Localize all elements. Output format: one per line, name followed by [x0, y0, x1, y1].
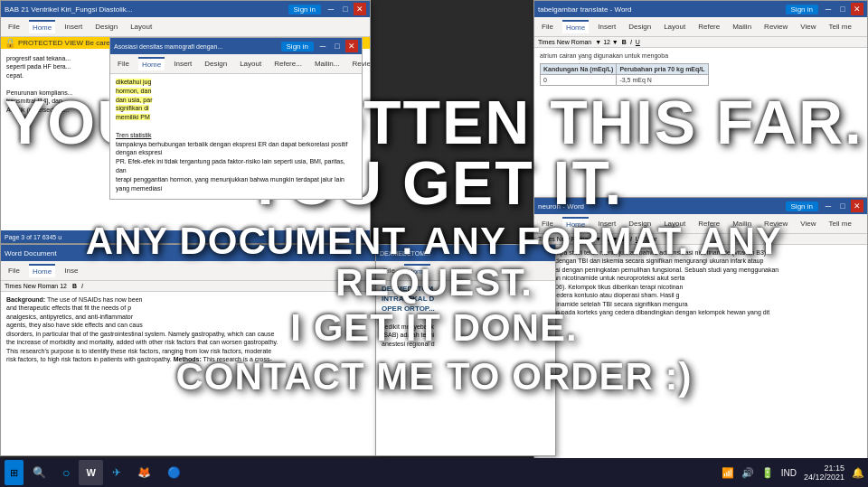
maximize-btn-1[interactable]: □ — [339, 3, 352, 15]
signin-btn-4[interactable]: Sign in — [786, 201, 818, 211]
signin-btn-1[interactable]: Sign in — [288, 5, 321, 14]
protect-icon-1: 🔒 — [5, 38, 15, 48]
cell-neg35: -3,5 mEq N — [617, 75, 708, 86]
w4-p4: impuan nicotinamide untuk neuroproteksi … — [540, 274, 862, 282]
font-ribbon-3: Times New Roman ▼ 12 ▼ B I U — [534, 37, 867, 48]
start-button[interactable]: ⊞ — [5, 460, 24, 485]
nested-file[interactable]: File — [114, 58, 133, 70]
taskbar-notifications[interactable]: 🔔 — [852, 467, 864, 479]
nested-design[interactable]: Design — [201, 58, 231, 70]
taskbar-right: 📶 🔊 🔋 IND 21:15 24/12/2021 🔔 — [722, 464, 864, 482]
nested-layout[interactable]: Layout — [236, 58, 265, 70]
nested-max[interactable]: □ — [331, 40, 344, 52]
tab-insert-1[interactable]: Insert — [61, 21, 86, 33]
w6-p1: sedikit menyebabk — [382, 323, 550, 331]
tab6-file[interactable]: File — [380, 265, 399, 276]
tab4-layout[interactable]: Layout — [660, 218, 689, 229]
tab4-tell[interactable]: Tell me — [826, 218, 855, 229]
telegram-icon: ✈ — [112, 466, 121, 479]
taskbar-cortana[interactable]: ○ — [55, 460, 77, 485]
ribbon-3: File Home Insert Design Layout Refere Ma… — [534, 17, 867, 37]
tab-design-1[interactable]: Design — [91, 21, 121, 33]
tab3-mail[interactable]: Mailin — [729, 21, 755, 33]
bold-5[interactable]: B — [72, 283, 77, 289]
tab4-mail[interactable]: Mailin — [729, 218, 755, 229]
tab4-view[interactable]: View — [797, 218, 819, 229]
taskbar-chrome[interactable]: 🔵 — [160, 460, 188, 485]
tab5-home[interactable]: Home — [29, 264, 55, 277]
bold-4[interactable]: B — [622, 236, 627, 242]
word-window-3: tabelgambar translate - Word Sign in ─ □… — [533, 0, 868, 199]
tab5-insert[interactable]: Inse — [61, 265, 81, 276]
firefox-icon: 🦊 — [137, 466, 151, 479]
chrome-icon: 🔵 — [167, 466, 181, 479]
signin-btn-3[interactable]: Sign in — [786, 5, 818, 14]
tab3-ref[interactable]: Refere — [694, 21, 723, 33]
bold-3[interactable]: B — [622, 39, 627, 45]
tab3-layout[interactable]: Layout — [660, 21, 689, 33]
minimize-btn-1[interactable]: ─ — [325, 3, 337, 15]
tab3-view[interactable]: View — [797, 21, 819, 33]
underline-4[interactable]: U — [636, 236, 640, 242]
tab3-design[interactable]: Design — [625, 21, 655, 33]
taskbar-firefox[interactable]: 🦊 — [130, 460, 158, 485]
tab4-file[interactable]: File — [538, 218, 557, 229]
tab4-insert[interactable]: Insert — [594, 218, 619, 229]
tab3-insert[interactable]: Insert — [594, 21, 619, 33]
tab5-file[interactable]: File — [5, 265, 24, 276]
tab4-design[interactable]: Design — [625, 218, 655, 229]
nested-close[interactable]: ✕ — [345, 40, 358, 52]
taskbar-battery[interactable]: 🔋 — [761, 467, 774, 479]
highlight-hormon: hormon, dan — [116, 88, 151, 94]
tab3-home[interactable]: Home — [562, 20, 589, 33]
taskbar: ⊞ 🔍 ○ W ✈ 🦊 🔵 📶 🔊 🔋 IND 21:15 24/12/2021… — [0, 458, 868, 487]
tab3-file[interactable]: File — [538, 21, 557, 33]
w4-p6: lami cedera kontusio atau dioperasi sham… — [540, 291, 862, 299]
w4-p8: neuron pada korteks yang cedera dibandin… — [540, 308, 862, 316]
signin-nested[interactable]: Sign in — [281, 42, 314, 52]
title-3: tabelgambar translate - Word — [538, 5, 631, 14]
tab4-home[interactable]: Home — [562, 217, 589, 230]
taskbar-volume[interactable]: 🔊 — [741, 467, 754, 479]
search-icon: 🔍 — [33, 466, 46, 479]
min-btn-4[interactable]: ─ — [822, 200, 835, 212]
win-controls-4: ─ □ ✕ — [822, 200, 863, 212]
close-btn-4[interactable]: ✕ — [851, 200, 863, 212]
italic-5[interactable]: I — [81, 283, 83, 289]
nested-mail[interactable]: Mailin... — [311, 58, 344, 70]
max-btn-4[interactable]: □ — [836, 200, 849, 212]
highlight-usia: dan usia, par — [116, 97, 152, 103]
font-ribbon-4: Times New Roman ▼ 12 ▼ B I U Shar — [534, 234, 867, 245]
nested-min[interactable]: ─ — [316, 40, 329, 52]
nested-insert[interactable]: Insert — [170, 58, 195, 70]
shar-btn-4[interactable]: Shar — [644, 236, 657, 242]
close-btn-3[interactable]: ✕ — [851, 3, 863, 15]
word-icon-1: W — [86, 467, 95, 478]
taskbar-search[interactable]: 🔍 — [25, 460, 53, 485]
tab6-home[interactable]: Home — [404, 264, 430, 277]
nested-review[interactable]: Review — [348, 58, 371, 70]
tab-file-1[interactable]: File — [5, 21, 24, 33]
close-btn-1[interactable]: ✕ — [354, 3, 366, 15]
font-name-3: Times New Roman — [538, 39, 591, 45]
nested-home[interactable]: Home — [138, 57, 165, 70]
tab3-review[interactable]: Review — [760, 21, 791, 33]
w6-p3: anestesi regional d — [382, 340, 550, 348]
max-btn-3[interactable]: □ — [836, 3, 849, 15]
min-btn-3[interactable]: ─ — [822, 3, 835, 15]
tab4-review[interactable]: Review — [760, 218, 791, 229]
taskbar-word-1[interactable]: W — [79, 460, 102, 485]
italic-3[interactable]: I — [630, 39, 632, 45]
title-4: neuroh - Word — [538, 202, 584, 211]
taskbar-wifi[interactable]: 📶 — [722, 467, 734, 479]
tab-home-1[interactable]: Home — [29, 20, 55, 33]
underline-3[interactable]: U — [636, 39, 640, 45]
tab3-tell[interactable]: Tell me — [826, 21, 855, 33]
taskbar-telegram[interactable]: ✈ — [105, 460, 128, 485]
italic-4[interactable]: I — [630, 236, 632, 242]
word-window-6: DEXMEDETOM... File Home DEXMEDETOM INTRA… — [375, 244, 556, 456]
trend-text-1: tampaknya berhubungan terbalik dengan ek… — [116, 141, 347, 156]
nested-ref[interactable]: Refere... — [270, 58, 306, 70]
tab-layout-1[interactable]: Layout — [127, 21, 156, 33]
tab4-ref[interactable]: Refere — [694, 218, 723, 229]
